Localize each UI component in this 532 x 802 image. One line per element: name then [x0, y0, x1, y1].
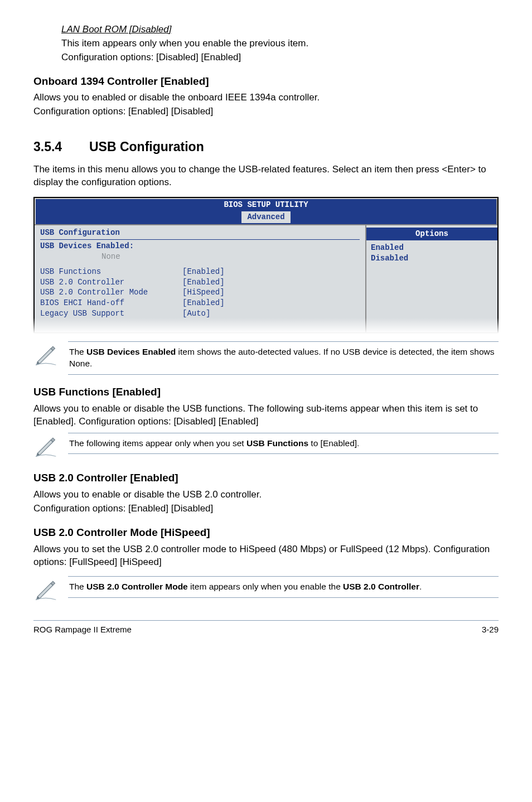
bios-right-panel: Options Enabled Disabled: [366, 225, 497, 332]
bios-tab-advanced: Advanced: [241, 211, 290, 223]
note-usb20-mode-condition: The USB 2.0 Controller Mode item appears…: [33, 576, 499, 605]
bios-devices-value: None: [40, 252, 360, 262]
section-title-text: USB Configuration: [89, 139, 204, 154]
lan-line2: Configuration options: [Disabled] [Enabl…: [61, 51, 499, 64]
usb-functions-body: Allows you to enable or disable the USB …: [33, 403, 499, 428]
bios-options-title: Options: [366, 228, 497, 240]
bios-row-ehci-handoff: BIOS EHCI Hand-off[Enabled]: [40, 298, 360, 308]
footer-left: ROG Rampage II Extreme: [33, 624, 132, 635]
note-usb-functions-condition: The following items appear only when you…: [33, 433, 499, 461]
pencil-icon: [33, 433, 58, 461]
section-heading: 3.5.4USB Configuration: [33, 138, 499, 156]
bios-devices-label: USB Devices Enabled:: [40, 241, 360, 252]
bios-left-panel: USB Configuration USB Devices Enabled: N…: [35, 225, 366, 332]
note-text: The following items appear only when you…: [68, 433, 499, 455]
onboard-line1: Allows you to enabled or disable the onb…: [33, 91, 499, 104]
lan-title: LAN Boot ROM [Disabled]: [61, 23, 499, 36]
usb20-line1: Allows you to enable or disable the USB …: [33, 489, 499, 501]
bios-row-legacy-usb: Legacy USB Support[Auto]: [40, 308, 360, 319]
footer-right: 3-29: [482, 624, 499, 635]
usb20-line2: Configuration options: [Enabled] [Disabl…: [33, 503, 499, 515]
note-text: The USB 2.0 Controller Mode item appears…: [68, 576, 499, 598]
bios-screenshot: BIOS SETUP UTILITY Advanced USB Configur…: [33, 197, 499, 334]
bios-panel-heading: USB Configuration: [40, 228, 360, 240]
usb20-controller-title: USB 2.0 Controller [Enabled]: [33, 471, 499, 485]
usb20-mode-title: USB 2.0 Controller Mode [HiSpeed]: [33, 525, 499, 540]
pencil-icon: [33, 576, 58, 605]
bios-row-usb-functions: USB Functions[Enabled]: [40, 267, 360, 277]
usb-functions-title: USB Functions [Enabled]: [33, 385, 499, 399]
lan-boot-rom-block: LAN Boot ROM [Disabled] This item appear…: [61, 23, 499, 64]
bios-row-usb20-controller: USB 2.0 Controller[Enabled]: [40, 277, 360, 288]
bios-option-enabled: Enabled: [371, 243, 493, 253]
bios-option-disabled: Disabled: [371, 253, 493, 264]
bios-top-title: BIOS SETUP UTILITY: [35, 198, 497, 211]
note-usb-devices-enabled: The USB Devices Enabled item shows the a…: [33, 341, 499, 375]
bios-tab-row: Advanced: [35, 211, 497, 224]
section-intro: The items in this menu allows you to cha…: [33, 163, 499, 189]
onboard-line2: Configuration options: [Enabled] [Disabl…: [33, 105, 499, 118]
page-footer: ROG Rampage II Extreme 3-29: [33, 620, 499, 635]
section-number: 3.5.4: [33, 138, 89, 156]
onboard-title: Onboard 1394 Controller [Enabled]: [33, 74, 499, 89]
bios-row-usb20-mode: USB 2.0 Controller Mode[HiSpeed]: [40, 287, 360, 298]
lan-line1: This item appears only when you enable t…: [61, 37, 499, 50]
usb20-mode-body: Allows you to set the USB 2.0 controller…: [33, 543, 499, 569]
pencil-icon: [33, 341, 58, 370]
note-text: The USB Devices Enabled item shows the a…: [68, 341, 499, 375]
